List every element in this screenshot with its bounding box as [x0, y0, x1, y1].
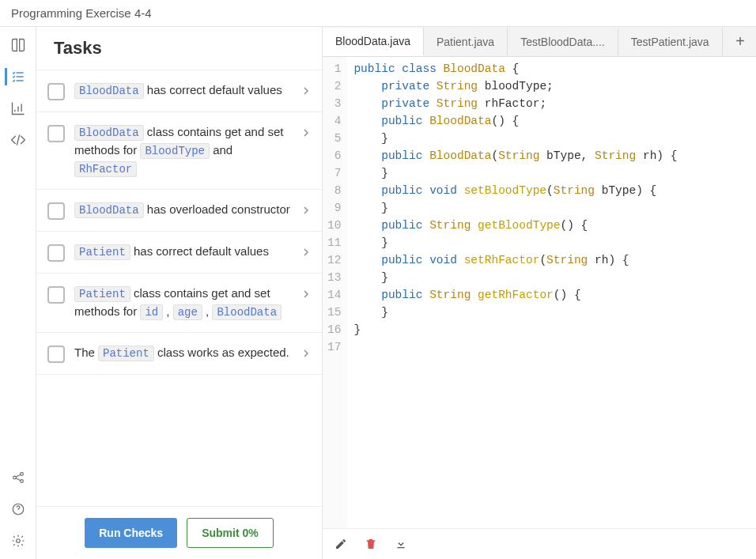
tab[interactable]: TestPatient.java [618, 28, 723, 55]
download-icon[interactable] [394, 537, 408, 551]
tasks-heading: Tasks [36, 27, 322, 70]
page-title: Programming Exercise 4-4 [11, 6, 152, 20]
share-icon[interactable] [9, 469, 27, 486]
tab[interactable]: TestBloodData.... [508, 28, 618, 55]
code-tag: BloodData [74, 202, 144, 218]
tab[interactable]: BloodData.java [323, 28, 424, 56]
trash-icon[interactable] [364, 537, 378, 551]
task-checkbox[interactable] [47, 286, 65, 304]
tab[interactable]: Patient.java [424, 28, 508, 55]
task-item[interactable]: BloodData has overloaded constructor [36, 190, 322, 232]
sidebar [0, 27, 36, 559]
editor-panel: BloodData.javaPatient.javaTestBloodData.… [323, 27, 756, 559]
editor-footer [323, 528, 756, 559]
run-checks-button[interactable]: Run Checks [85, 518, 177, 548]
tasks-panel: Tasks BloodData has correct default valu… [36, 27, 323, 559]
task-item[interactable]: Patient has correct default values [36, 232, 322, 274]
task-text: Patient has correct default values [74, 243, 290, 261]
chevron-right-icon [300, 85, 312, 100]
chevron-right-icon [300, 204, 312, 220]
chevron-right-icon [300, 127, 312, 142]
task-item[interactable]: BloodData class contains get and set met… [36, 112, 322, 190]
code-tag: BloodData [74, 125, 144, 141]
task-text: The Patient class works as expected. [74, 344, 290, 362]
task-checkbox[interactable] [47, 83, 65, 100]
chevron-right-icon [300, 246, 312, 262]
chevron-right-icon [300, 347, 312, 363]
code-icon[interactable] [9, 131, 27, 149]
task-checkbox[interactable] [47, 202, 65, 220]
tasks-list: BloodData has correct default valuesBloo… [36, 70, 322, 506]
edit-icon[interactable] [334, 537, 348, 551]
code-tag: BloodData [212, 304, 282, 320]
svg-point-4 [16, 539, 20, 543]
tasks-footer: Run Checks Submit 0% [36, 506, 322, 559]
task-item[interactable]: The Patient class works as expected. [36, 333, 322, 375]
submit-button[interactable]: Submit 0% [187, 518, 274, 548]
code-tag: BloodData [74, 83, 144, 99]
task-text: BloodData has correct default values [74, 81, 290, 100]
tab-bar: BloodData.javaPatient.javaTestBloodData.… [323, 27, 756, 57]
task-checkbox[interactable] [47, 125, 65, 142]
task-item[interactable]: Patient class contains get and set metho… [36, 274, 322, 333]
task-checkbox[interactable] [47, 346, 65, 363]
title-bar: Programming Exercise 4-4 [0, 0, 756, 27]
help-icon[interactable] [9, 500, 27, 518]
code-tag: id [140, 304, 163, 320]
code-tag: Patient [98, 346, 154, 361]
line-gutter: 1234567891011121314151617 [323, 57, 347, 528]
code-tag: RhFactor [74, 161, 137, 177]
code-lines[interactable]: public class BloodData { private String … [347, 57, 683, 528]
task-checkbox[interactable] [47, 244, 65, 262]
task-text: BloodData has overloaded constructor [74, 201, 290, 219]
gear-icon[interactable] [9, 532, 27, 550]
book-icon[interactable] [9, 36, 27, 54]
task-text: Patient class contains get and set metho… [74, 285, 290, 321]
code-tag: BloodType [140, 143, 210, 159]
chart-icon[interactable] [9, 100, 27, 117]
task-item[interactable]: BloodData has correct default values [36, 70, 322, 112]
tasks-icon[interactable] [5, 68, 27, 85]
chevron-right-icon [300, 288, 312, 304]
code-area[interactable]: 1234567891011121314151617 public class B… [323, 57, 756, 528]
add-tab-button[interactable]: + [724, 27, 756, 57]
code-tag: Patient [74, 244, 130, 260]
code-tag: age [173, 304, 202, 320]
code-tag: Patient [74, 286, 130, 302]
task-text: BloodData class contains get and set met… [74, 123, 290, 178]
